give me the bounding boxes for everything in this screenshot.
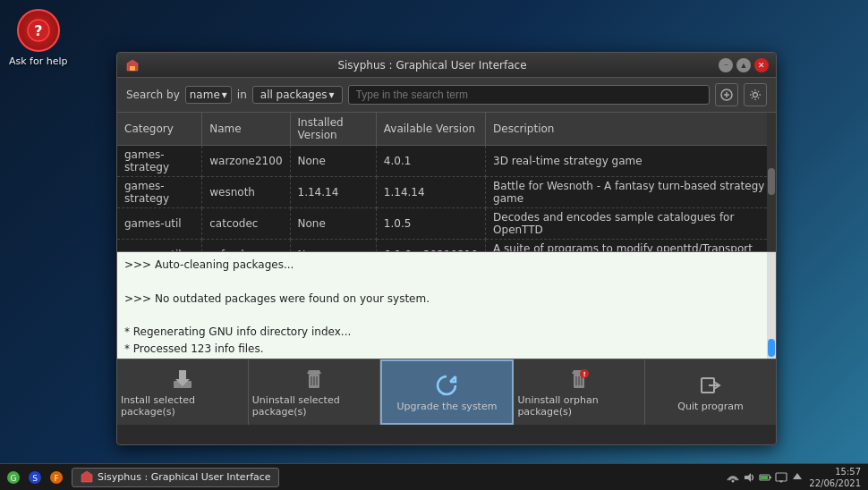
app-window: Sisyphus : Graphical User Interface － ▲ …	[116, 52, 777, 445]
packages-chevron: ▾	[329, 89, 335, 101]
ask-for-help-label: Ask for help	[9, 55, 68, 67]
taskbar-icon-1[interactable]: G	[4, 468, 23, 487]
svg-rect-29	[770, 477, 771, 478]
col-description: Description	[486, 113, 776, 146]
uninstall-icon	[302, 367, 327, 392]
taskbar-icon-3[interactable]: F	[47, 468, 66, 487]
svg-text:F: F	[54, 474, 58, 483]
window-controls: － ▲ ✕	[719, 58, 769, 72]
install-button[interactable]: Install selected package(s)	[117, 359, 249, 425]
svg-marker-26	[745, 473, 751, 482]
minimize-button[interactable]: －	[719, 58, 733, 72]
upgrade-label: Upgrade the system	[397, 401, 498, 412]
svg-rect-28	[761, 476, 768, 479]
table-cell: 3D real-time strategy game	[486, 146, 776, 177]
table-cell: games-strategy	[117, 146, 202, 177]
search-bar: Search by name ▾ in all packages ▾	[117, 78, 776, 113]
svg-point-5	[753, 93, 758, 97]
settings-button[interactable]	[744, 83, 767, 106]
clock-time: 15:57	[835, 466, 861, 477]
search-packages-value: all packages	[260, 89, 328, 101]
table-cell: catcodec	[202, 208, 290, 240]
screen-icon	[775, 471, 787, 484]
install-icon	[170, 367, 195, 392]
table-cell: Decodes and encodes sample catalogues fo…	[486, 208, 776, 240]
table-cell: games-util	[117, 240, 202, 252]
table-cell: wesnoth	[202, 177, 290, 208]
taskbar-app-label: Sisyphus : Graphical User Interface	[98, 471, 271, 483]
search-by-chevron: ▾	[222, 89, 227, 101]
table-cell: 1.0.5	[376, 208, 485, 240]
table-cell: grfcodec	[202, 240, 290, 252]
ask-for-help-shortcut[interactable]: ? Ask for help	[9, 9, 68, 67]
packages-table: Category Name Installed Version Availabl…	[117, 113, 776, 251]
table-cell: Battle for Wesnoth - A fantasy turn-base…	[486, 177, 776, 208]
ask-for-help-icon: ?	[17, 9, 60, 52]
svg-text:!: !	[583, 371, 586, 378]
search-by-select[interactable]: name ▾	[185, 86, 232, 104]
col-category: Category	[117, 113, 202, 146]
quit-label: Quit program	[677, 401, 743, 412]
search-by-value: name	[190, 89, 220, 101]
search-input[interactable]	[348, 85, 710, 105]
table-row[interactable]: games-strategywarzone2100None4.0.13D rea…	[117, 146, 776, 177]
col-available: Available Version	[376, 113, 485, 146]
table-header-row: Category Name Installed Version Availabl…	[117, 113, 776, 146]
table-scrollbar[interactable]	[767, 113, 776, 251]
orphan-button[interactable]: ! Uninstall orphan package(s)	[514, 359, 645, 425]
col-installed: Installed Version	[290, 113, 376, 146]
taskbar-app-item[interactable]: Sisyphus : Graphical User Interface	[72, 468, 279, 487]
close-button[interactable]: ✕	[754, 58, 769, 72]
table-cell: games-strategy	[117, 177, 202, 208]
table-cell: 1.14.14	[376, 177, 485, 208]
table-cell: 1.14.14	[290, 177, 376, 208]
quit-icon	[698, 373, 723, 398]
svg-text:G: G	[11, 474, 17, 483]
maximize-button[interactable]: ▲	[736, 58, 751, 72]
log-scrollbar-thumb	[768, 339, 775, 357]
quit-button[interactable]: Quit program	[645, 359, 776, 425]
table-row[interactable]: games-utilgrfcodecNone6.0.6_p20210310A s…	[117, 240, 776, 252]
table-cell: None	[290, 146, 376, 177]
install-label: Install selected package(s)	[121, 394, 244, 418]
table-cell: 6.0.6_p20210310	[376, 240, 485, 252]
log-line: >>> Auto-cleaning packages...	[124, 258, 769, 273]
search-by-label: Search by	[126, 89, 180, 101]
title-bar-icon	[124, 57, 140, 73]
search-packages-select[interactable]: all packages ▾	[252, 86, 343, 104]
window-title: Sisyphus : Graphical User Interface	[146, 59, 719, 72]
table-cell: warzone2100	[202, 146, 290, 177]
volume-icon	[743, 471, 755, 484]
log-line	[124, 308, 769, 323]
action-buttons: Install selected package(s) Uninstall se…	[117, 359, 776, 425]
svg-rect-30	[776, 473, 787, 481]
arrow-up-icon	[791, 471, 804, 484]
uninstall-button[interactable]: Uninstall selected package(s)	[249, 359, 380, 425]
table-row[interactable]: games-utilcatcodecNone1.0.5Decodes and e…	[117, 208, 776, 240]
system-tray-icons	[727, 471, 804, 484]
svg-point-25	[732, 479, 735, 482]
table-cell: None	[290, 240, 376, 252]
log-scrollbar[interactable]	[767, 252, 776, 359]
upgrade-button[interactable]: Upgrade the system	[380, 359, 515, 425]
orphan-icon: !	[566, 367, 591, 392]
taskbar: G S F Sisyphus : Graphical User In	[0, 463, 868, 490]
svg-text:S: S	[32, 474, 38, 483]
upgrade-icon	[434, 373, 459, 398]
taskbar-icon-2[interactable]: S	[25, 468, 45, 487]
log-line: >>> No outdated packages were found on y…	[124, 291, 769, 307]
packages-table-container[interactable]: Category Name Installed Version Availabl…	[117, 113, 776, 251]
svg-marker-33	[793, 473, 802, 479]
table-cell: 4.0.1	[376, 146, 485, 177]
clock-date: 22/06/2021	[809, 477, 861, 489]
taskbar-right: 15:57 22/06/2021	[719, 466, 868, 489]
search-clear-button[interactable]	[715, 83, 738, 106]
taskbar-left: G S F Sisyphus : Graphical User In	[0, 468, 283, 487]
table-scrollbar-thumb	[768, 168, 775, 195]
table-row[interactable]: games-strategywesnoth1.14.141.14.14Battl…	[117, 177, 776, 208]
log-line: * Processed 123 info files.	[124, 342, 769, 357]
col-name: Name	[202, 113, 290, 146]
title-bar: Sisyphus : Graphical User Interface － ▲ …	[117, 53, 776, 78]
log-area[interactable]: >>> Auto-cleaning packages... >>> No out…	[117, 251, 776, 359]
log-line: * Regenerating GNU info directory index.…	[124, 325, 769, 340]
